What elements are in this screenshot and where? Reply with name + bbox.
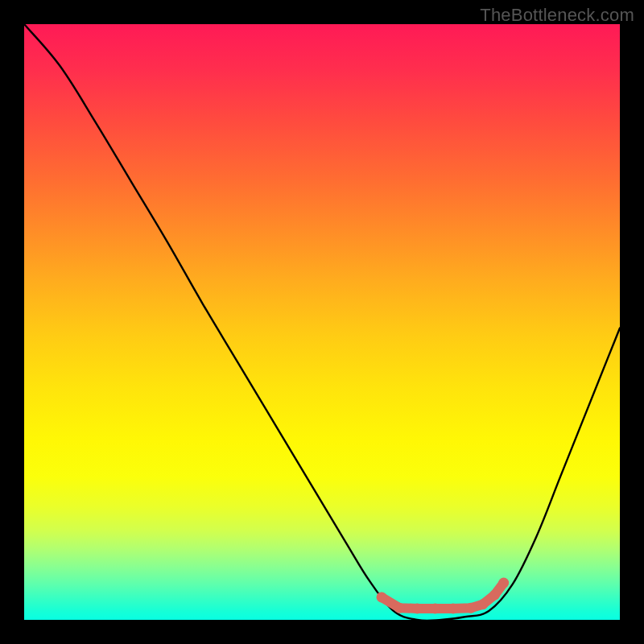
plot-area <box>24 24 620 620</box>
optimal-band-dot <box>412 603 423 613</box>
chart-canvas: TheBottleneck.com <box>0 0 644 644</box>
optimal-band-dot <box>477 599 488 609</box>
optimal-band-dot <box>448 603 458 613</box>
optimal-band-markers <box>377 578 510 614</box>
attribution-label: TheBottleneck.com <box>480 5 634 26</box>
optimal-band-dot <box>489 589 500 600</box>
optimal-band-dot <box>430 603 440 613</box>
optimal-band-dot <box>377 592 387 602</box>
optimal-band-dot <box>466 603 477 613</box>
chart-overlay <box>24 24 620 620</box>
optimal-band-dot <box>394 603 405 613</box>
bottleneck-curve <box>24 24 620 620</box>
optimal-band-dot <box>498 578 509 588</box>
